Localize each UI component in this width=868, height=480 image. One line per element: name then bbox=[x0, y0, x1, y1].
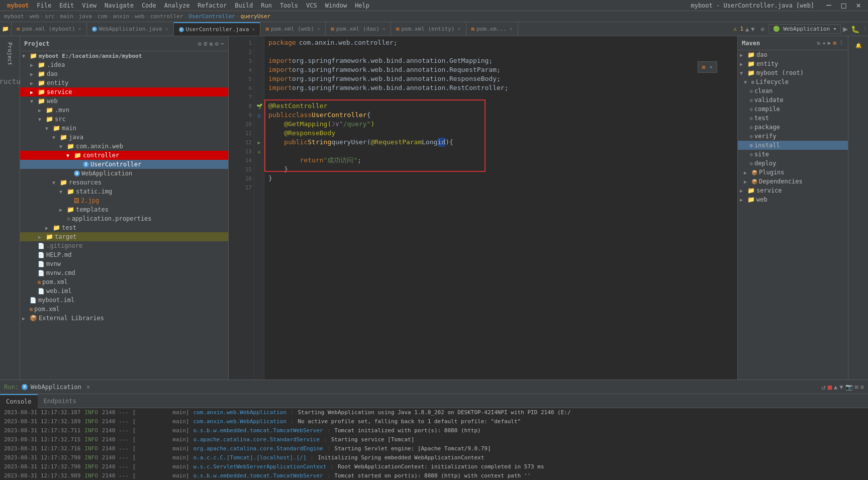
gutter-bean-icon[interactable]: 🌱 bbox=[254, 102, 264, 111]
tree-pomxml-web[interactable]: m pom.xml bbox=[20, 277, 228, 286]
maven-tree-dependencies[interactable]: ▶ 📦 Dependencies bbox=[738, 177, 848, 186]
menu-file[interactable]: File bbox=[34, 2, 54, 9]
maven-tree-myboot-root[interactable]: ▼ 📁 myboot (root) bbox=[738, 68, 848, 77]
side-by-side-button[interactable]: ⊞ bbox=[855, 383, 858, 391]
tree-resources[interactable]: ▼ 📁 resources bbox=[20, 178, 228, 187]
tree-java[interactable]: ▼ 📁 java bbox=[20, 133, 228, 142]
menu-myboot[interactable]: myboot bbox=[4, 2, 32, 9]
structure-icon[interactable]: Structure bbox=[2, 74, 18, 88]
tab-webapplication[interactable]: W WebApplication.java × bbox=[87, 22, 174, 36]
debug-button[interactable]: 🐛 bbox=[851, 25, 859, 33]
tree-target[interactable]: ▶ 📁 target bbox=[20, 232, 228, 241]
tab-endpoints[interactable]: Endpoints bbox=[38, 394, 82, 408]
tab-close-usercontroller[interactable]: × bbox=[252, 27, 255, 32]
breadcrumb-myboot[interactable]: myboot bbox=[4, 13, 24, 20]
maven-tree-dao[interactable]: ▶ 📁 dao bbox=[738, 50, 848, 59]
maven-lifecycle-validate[interactable]: ⚙ validate bbox=[738, 95, 848, 105]
tree-mvnw[interactable]: 📄 mvnw bbox=[20, 259, 228, 268]
tree-com-anxin-web[interactable]: ▼ 📁 com.anxin.web bbox=[20, 142, 228, 151]
tab-close-pom-myboot[interactable]: × bbox=[78, 26, 81, 32]
tab-console[interactable]: Console bbox=[0, 394, 38, 408]
tree-webiml[interactable]: 📄 web.iml bbox=[20, 286, 228, 296]
menu-navigate[interactable]: Navigate bbox=[102, 2, 137, 9]
tab-pom-web[interactable]: m pom.xml (web) × bbox=[260, 22, 326, 36]
down-arrow-button[interactable]: ▼ bbox=[839, 383, 843, 391]
breadcrumb-src[interactable]: src bbox=[45, 13, 55, 20]
maven-lifecycle-deploy[interactable]: ⚙ deploy bbox=[738, 159, 848, 168]
tree-usercontroller[interactable]: U UserController bbox=[20, 160, 228, 169]
maven-lifecycle-package[interactable]: ⚙ package bbox=[738, 123, 848, 132]
settings-icon[interactable]: ⚙ bbox=[761, 26, 764, 33]
stop-button[interactable]: ■ bbox=[828, 383, 832, 391]
breadcrumb-web[interactable]: web bbox=[29, 13, 39, 20]
breadcrumb-usercontroller[interactable]: UserController bbox=[188, 13, 235, 20]
tab-pom-myboot[interactable]: m pom.xml (myboot) × bbox=[12, 22, 87, 36]
gutter-method-icon[interactable]: ▶ bbox=[254, 138, 264, 147]
project-panel-button[interactable]: 📁 bbox=[2, 26, 9, 32]
tree-controller[interactable]: ▼ 📁 controller bbox=[20, 151, 228, 160]
camera-icon[interactable]: 📷 bbox=[845, 383, 853, 391]
tree-mybootiml[interactable]: 📄 myboot.iml bbox=[20, 296, 228, 305]
maven-lifecycle-site[interactable]: ⚙ site bbox=[738, 150, 848, 159]
tab-close-pom-extra[interactable]: × bbox=[510, 26, 513, 32]
breadcrumb-java[interactable]: java bbox=[79, 13, 92, 20]
maven-add-icon[interactable]: + bbox=[822, 40, 826, 46]
tab-close-pom-web[interactable]: × bbox=[317, 26, 320, 32]
settings-bottom-button[interactable]: ⚙ bbox=[860, 383, 864, 391]
maven-lifecycle-clean[interactable]: ⚙ clean bbox=[738, 86, 848, 95]
maven-tree-entity[interactable]: ▶ 📁 entity bbox=[738, 59, 848, 68]
rerun-button[interactable]: ↺ bbox=[821, 383, 825, 391]
tree-main[interactable]: ▼ 📁 main bbox=[20, 124, 228, 133]
menu-tools[interactable]: Tools bbox=[277, 2, 301, 9]
sidebar-settings-icon[interactable]: ⚙ bbox=[198, 40, 202, 47]
sidebar-layout-icon[interactable]: ≡ bbox=[204, 40, 207, 47]
menu-help[interactable]: Help bbox=[352, 2, 372, 9]
tree-gitignore[interactable]: 📄 .gitignore bbox=[20, 241, 228, 250]
maven-run-icon[interactable]: ▶ bbox=[828, 40, 831, 46]
tree-idea[interactable]: ▶ 📁 .idea bbox=[20, 60, 228, 69]
sidebar-sort-icon[interactable]: ⇅ bbox=[209, 40, 213, 47]
scroll-down-button[interactable]: ▼ bbox=[751, 26, 754, 33]
breadcrumb-web2[interactable]: web bbox=[135, 13, 145, 20]
tab-pom-extra[interactable]: m pom.xm... × bbox=[466, 22, 518, 36]
up-arrow-button[interactable]: ▲ bbox=[834, 383, 837, 391]
right-strip-notification[interactable]: 🔔 bbox=[850, 38, 866, 52]
maven-lifecycle-install[interactable]: ⚙ install bbox=[738, 141, 848, 150]
tree-application-properties[interactable]: ⚙ application.properties bbox=[20, 214, 228, 223]
menu-vcs[interactable]: VCS bbox=[303, 2, 320, 9]
webapp-run-config[interactable]: 🟢 WebApplication ▾ bbox=[768, 24, 841, 34]
tree-rootpomxml[interactable]: m pom.xml bbox=[20, 305, 228, 314]
menu-window[interactable]: Window bbox=[322, 2, 350, 9]
breadcrumb-queryuser[interactable]: queryUser bbox=[241, 13, 271, 20]
tree-dao[interactable]: ▶ 📁 dao bbox=[20, 69, 228, 78]
tree-webapplication[interactable]: W WebApplication bbox=[20, 169, 228, 178]
sidebar-gear-icon[interactable]: ⚙ bbox=[215, 40, 219, 47]
maximize-button[interactable]: □ bbox=[838, 1, 849, 10]
code-editor[interactable]: package com.anxin.web.controller; import… bbox=[264, 36, 737, 379]
tree-helpmd[interactable]: 📄 HELP.md bbox=[20, 250, 228, 259]
maven-lifecycle-compile[interactable]: ⚙ compile bbox=[738, 105, 848, 114]
tree-templates[interactable]: ▶ 📁 templates bbox=[20, 205, 228, 214]
gutter-class-icon[interactable]: ◯ bbox=[254, 111, 264, 120]
tab-pom-entity[interactable]: m pom.xml (entity) × bbox=[391, 22, 466, 36]
breadcrumb-com[interactable]: com bbox=[98, 13, 108, 20]
menu-code[interactable]: Code bbox=[139, 2, 159, 9]
menu-edit[interactable]: Edit bbox=[56, 2, 77, 9]
tree-static-img[interactable]: ▼ 📁 static.img bbox=[20, 187, 228, 196]
tree-service[interactable]: ▶ 📁 service bbox=[20, 87, 228, 97]
more-actions-button[interactable]: ⋮ bbox=[862, 26, 868, 32]
minimize-button[interactable]: ─ bbox=[823, 1, 834, 10]
breadcrumb-anxin[interactable]: anxin bbox=[113, 13, 129, 20]
tab-pom-dao[interactable]: m pom.xml (dao) × bbox=[326, 22, 391, 36]
menu-view[interactable]: View bbox=[79, 2, 100, 9]
tree-src[interactable]: ▼ 📁 src bbox=[20, 115, 228, 124]
run-close-btn[interactable]: × bbox=[86, 383, 90, 391]
tree-entity[interactable]: ▶ 📁 entity bbox=[20, 78, 228, 87]
maven-m-icon[interactable]: m bbox=[833, 40, 836, 46]
tab-usercontroller[interactable]: U UserController.java × bbox=[174, 22, 261, 36]
run-button[interactable]: ▶ bbox=[843, 24, 848, 34]
maven-tree-lifecycle[interactable]: ▼ ⚙ Lifecycle bbox=[738, 77, 848, 86]
menu-run[interactable]: Run bbox=[258, 2, 275, 9]
tab-close-pom-entity[interactable]: × bbox=[457, 26, 460, 32]
breadcrumb-controller[interactable]: controller bbox=[150, 13, 183, 20]
